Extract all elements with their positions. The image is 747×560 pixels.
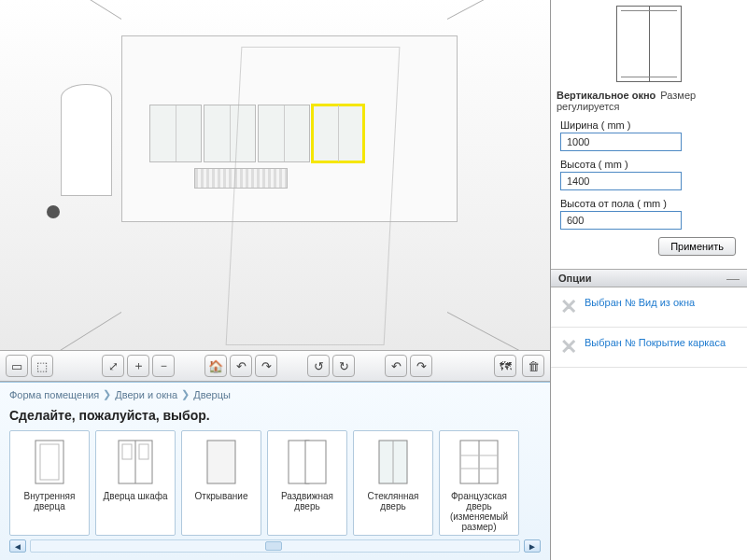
ceiling-right: [447, 0, 531, 93]
thumb-label: Дверца шкафа: [103, 491, 167, 513]
viewport-3d[interactable]: [0, 0, 550, 350]
app-root: ▭ ⬚ ⤢ ＋ － 🏠 ↶ ↷ ↺ ↻ ↶ ↷: [0, 0, 747, 560]
object-title-row: Вертикальное окно Размер регулируется: [557, 90, 741, 112]
option-row-view: ✕ Выбран № Вид из окна: [551, 287, 747, 328]
ceiling-left: [37, 0, 121, 93]
rotate-right-button[interactable]: ↻: [332, 355, 355, 377]
thumb-label: Стеклянная дверь: [358, 491, 429, 513]
rotate-group: ↺ ↻: [307, 355, 355, 377]
breadcrumb: Форма помещения ❯ Двери и окна ❯ Дверцы: [9, 388, 541, 400]
floor-height-label: Высота от пола ( mm ): [560, 198, 738, 209]
remove-option-icon[interactable]: ✕: [560, 337, 577, 357]
undo-button[interactable]: ↶: [230, 355, 252, 377]
nav-group: 🏠 ↶ ↷: [204, 355, 277, 377]
radiator-object[interactable]: [194, 168, 288, 189]
crumb-level-1[interactable]: Форма помещения: [9, 389, 99, 400]
thumbs-wrap: Внутренняя дверца Дверца шкафа Открывани…: [9, 430, 541, 553]
width-input[interactable]: [560, 133, 682, 151]
crumb-level-3[interactable]: Дверцы: [193, 389, 231, 400]
chevron-right-icon: ❯: [181, 388, 190, 400]
svg-rect-8: [305, 441, 326, 483]
thumb-french-door[interactable]: Французская дверь (изменяемый размер): [439, 430, 519, 536]
orbit-right-button[interactable]: ↷: [410, 355, 432, 377]
height-input[interactable]: [560, 172, 682, 190]
option-row-frame: ✕ Выбран № Покрытие каркаса: [551, 328, 747, 368]
floor-height-field: Высота от пола ( mm ): [560, 198, 738, 230]
thumb-label: Открывание: [195, 491, 248, 513]
window-2[interactable]: [204, 105, 256, 162]
option-link-view[interactable]: Выбран № Вид из окна: [585, 297, 695, 308]
collapse-icon[interactable]: —: [726, 271, 740, 286]
apply-row: Применить: [557, 230, 741, 263]
scroll-track[interactable]: [30, 539, 520, 553]
thumb-interior-door[interactable]: Внутренняя дверца: [9, 430, 90, 536]
window-1[interactable]: [149, 105, 202, 162]
apply-button[interactable]: Применить: [658, 237, 736, 256]
toolbar: ▭ ⬚ ⤢ ＋ － 🏠 ↶ ↷ ↺ ↻ ↶ ↷: [0, 350, 550, 382]
width-field: Ширина ( mm ): [560, 119, 738, 151]
floor-height-input[interactable]: [560, 211, 682, 230]
properties-panel: Вертикальное окно Размер регулируется Ши…: [551, 0, 747, 269]
catalog-panel: Форма помещения ❯ Двери и окна ❯ Дверцы …: [0, 382, 550, 560]
scroll-right-button[interactable]: ►: [524, 539, 541, 553]
door-thumbnails: Внутренняя дверца Дверца шкафа Открывани…: [9, 430, 541, 536]
thumb-label: Французская дверь (изменяемый размер): [444, 491, 514, 532]
options-title: Опции: [558, 273, 592, 284]
height-field: Высота ( mm ): [560, 159, 738, 190]
option-link-frame[interactable]: Выбран № Покрытие каркаса: [585, 337, 726, 348]
options-header[interactable]: Опции —: [551, 269, 747, 287]
right-pane: Вертикальное окно Размер регулируется Ши…: [551, 0, 747, 560]
zoom-fit-button[interactable]: ⤢: [102, 355, 124, 377]
remove-option-icon[interactable]: ✕: [560, 297, 577, 317]
thumb-label: Раздвижная дверь: [272, 491, 343, 513]
room-scene: [37, 19, 531, 313]
minimap-button[interactable]: 🗺: [494, 355, 516, 377]
zoom-group: ⤢ ＋ －: [102, 355, 175, 377]
view-mode-group: ▭ ⬚: [6, 355, 53, 377]
svg-rect-6: [207, 441, 235, 483]
catalog-prompt: Сделайте, пожалуйста, выбор.: [9, 408, 541, 423]
windows-group: [149, 105, 366, 162]
scroll-thumb[interactable]: [265, 541, 282, 551]
scroll-left-button[interactable]: ◄: [9, 539, 26, 553]
view-2d-button[interactable]: ▭: [6, 355, 28, 377]
redo-button[interactable]: ↷: [255, 355, 277, 377]
home-button[interactable]: 🏠: [204, 355, 227, 377]
delete-button[interactable]: 🗑: [522, 355, 544, 377]
object-title: Вертикальное окно: [557, 90, 655, 101]
window-3[interactable]: [258, 105, 310, 162]
door-knob-icon: [47, 205, 60, 218]
thumb-sliding-door[interactable]: Раздвижная дверь: [267, 430, 347, 536]
width-label: Ширина ( mm ): [560, 119, 738, 131]
thumb-scrollbar: ◄ ►: [9, 539, 541, 553]
rotate-left-button[interactable]: ↺: [307, 355, 330, 377]
thumb-closet-door[interactable]: Дверца шкафа: [95, 430, 176, 536]
zoom-in-button[interactable]: ＋: [127, 355, 149, 377]
zoom-out-button[interactable]: －: [152, 355, 175, 377]
window-4-selected[interactable]: [312, 105, 364, 162]
thumb-label: Внутренняя дверца: [14, 491, 85, 513]
window-preview-icon: [616, 6, 682, 82]
rotate-group-2: ↶ ↷: [385, 355, 432, 377]
door-object[interactable]: [61, 84, 112, 196]
thumb-opening[interactable]: Открывание: [181, 430, 261, 536]
view-3d-button[interactable]: ⬚: [31, 355, 53, 377]
chevron-right-icon: ❯: [103, 388, 111, 400]
floor-right: [447, 163, 531, 350]
left-pane: ▭ ⬚ ⤢ ＋ － 🏠 ↶ ↷ ↺ ↻ ↶ ↷: [0, 0, 551, 560]
thumb-glass-door[interactable]: Стеклянная дверь: [353, 430, 433, 536]
height-label: Высота ( mm ): [560, 159, 738, 170]
orbit-left-button[interactable]: ↶: [385, 355, 407, 377]
crumb-level-2[interactable]: Двери и окна: [115, 389, 177, 400]
